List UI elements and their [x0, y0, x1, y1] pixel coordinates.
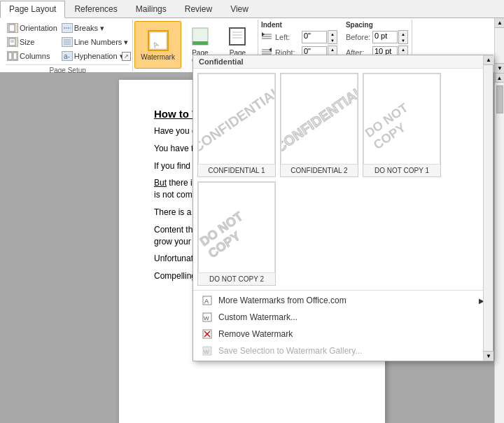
svg-rect-5	[13, 53, 17, 60]
indent-left-spinner[interactable]: ▲ ▼	[328, 30, 337, 44]
ribbon-scroll-up[interactable]: ▲	[495, 18, 504, 28]
watermark-dropdown: Confidential CONFIDENTIAL CONFIDENTIAL 1…	[192, 55, 493, 361]
svg-text:a-: a-	[64, 53, 70, 60]
page-color-icon	[189, 25, 211, 48]
doc-scrollbar[interactable]: ▲	[494, 73, 504, 423]
columns-icon	[7, 51, 18, 61]
columns-label: Columns	[20, 52, 50, 60]
line-numbers-label: Line Numbers ▾	[74, 38, 129, 47]
spacing-label: Spacing	[346, 21, 408, 29]
more-watermarks-label: More Watermarks from Office.com	[218, 296, 346, 305]
svg-text:W: W	[204, 315, 209, 321]
custom-watermark-label: Custom Watermark...	[218, 312, 298, 322]
watermark-icon: A	[147, 29, 169, 52]
indent-left-value[interactable]: 0"	[302, 31, 327, 43]
watermark-confidential2[interactable]: CONFIDENTIAL CONFIDENTIAL 2	[280, 73, 358, 177]
watermark-caption-4: DO NOT COPY 2	[198, 273, 275, 285]
watermark-label: Watermark	[141, 53, 175, 61]
save-watermark-label: Save Selection to Watermark Gallery...	[218, 346, 362, 356]
hyphenation-icon: a-	[62, 51, 73, 61]
spacing-before-up[interactable]: ▲	[399, 31, 407, 37]
tab-page-layout[interactable]: Page Layout	[0, 1, 65, 18]
columns-button[interactable]: Columns	[6, 49, 59, 63]
remove-watermark-item[interactable]: Remove Watermark	[193, 326, 493, 342]
svg-rect-16	[230, 28, 245, 45]
breaks-icon	[62, 23, 73, 33]
svg-text:W: W	[204, 349, 209, 355]
spacing-before-spinner[interactable]: ▲ ▼	[398, 30, 408, 44]
svg-marker-23	[262, 32, 265, 36]
dropdown-menu: A More Watermarks from Office.com ▶ W Cu…	[193, 291, 493, 361]
watermark-preview-1: CONFIDENTIAL	[198, 74, 275, 165]
scroll-thumb[interactable]	[496, 85, 503, 113]
line-numbers-icon	[62, 37, 73, 47]
orientation-icon	[7, 23, 18, 33]
watermark-text-4: DO NOT COPY	[198, 194, 275, 261]
dropdown-scrollbar[interactable]: ▲ ▼	[483, 55, 493, 361]
spacing-after-up[interactable]: ▲	[399, 46, 407, 53]
save-watermark-item: W Save Selection to Watermark Gallery...	[193, 342, 493, 359]
spacing-before-label: Before:	[346, 33, 371, 41]
indent-left-label: Left:	[275, 33, 300, 41]
spacing-before-down[interactable]: ▼	[399, 37, 407, 43]
ribbon-scrollbar[interactable]: ▲ ▼	[494, 18, 504, 73]
svg-text:A: A	[204, 298, 209, 305]
tab-mailings[interactable]: Mailings	[127, 1, 176, 18]
svg-rect-15	[192, 41, 208, 45]
indent-left-up[interactable]: ▲	[328, 31, 337, 37]
dropdown-scroll-up[interactable]: ▲	[484, 55, 493, 65]
orientation-label: Orientation	[20, 24, 57, 32]
page-setup-expand[interactable]: ↗	[122, 52, 131, 61]
ribbon-scroll-down[interactable]: ▼	[495, 63, 504, 73]
tab-references[interactable]: References	[65, 1, 126, 18]
indent-label: Indent	[261, 21, 337, 29]
size-icon	[7, 37, 18, 47]
watermark-donotcopy1[interactable]: DO NOT COPY DO NOT COPY 1	[363, 73, 441, 177]
hyphenation-button[interactable]: a- Hyphenation ▾	[60, 49, 130, 63]
custom-watermark-item[interactable]: W Custom Watermark...	[193, 309, 493, 326]
orientation-button[interactable]: Orientation	[6, 21, 59, 35]
breaks-label: Breaks ▾	[74, 24, 104, 33]
spacing-before-value[interactable]: 0 pt	[372, 31, 398, 43]
hyphenation-label: Hyphenation ▾	[74, 52, 124, 61]
svg-marker-27	[269, 48, 272, 52]
ribbon-tabs: Page Layout References Mailings Review V…	[0, 0, 504, 18]
remove-watermark-icon	[202, 328, 213, 340]
size-label: Size	[20, 38, 34, 46]
tab-review[interactable]: Review	[176, 1, 221, 18]
indent-right-up[interactable]: ▲	[328, 46, 337, 53]
watermark-caption-3: DO NOT COPY 1	[363, 165, 440, 176]
page-borders-icon	[226, 25, 248, 48]
svg-rect-0	[9, 25, 15, 32]
breaks-button[interactable]: Breaks ▾	[60, 21, 130, 35]
scroll-up-arrow[interactable]: ▲	[495, 73, 505, 83]
save-watermark-icon: W	[202, 345, 213, 356]
watermark-text-1: CONFIDENTIAL	[198, 83, 275, 155]
indent-left-down[interactable]: ▼	[328, 37, 337, 43]
dropdown-scroll-down[interactable]: ▼	[484, 351, 493, 361]
watermark-confidential1[interactable]: CONFIDENTIAL CONFIDENTIAL 1	[197, 73, 276, 177]
page-setup-group: Orientation Size	[3, 20, 133, 71]
watermark-preview-4: DO NOT COPY	[198, 182, 275, 273]
watermark-grid: CONFIDENTIAL CONFIDENTIAL 1 CONFIDENTIAL…	[193, 69, 493, 291]
watermark-preview-3: DO NOT COPY	[363, 74, 440, 165]
watermark-text-2: CONFIDENTIAL	[281, 83, 358, 155]
watermark-donotcopy2[interactable]: DO NOT COPY DO NOT COPY 2	[197, 181, 276, 286]
watermark-text-3: DO NOT COPY	[363, 85, 440, 153]
remove-watermark-label: Remove Watermark	[218, 329, 293, 339]
dropdown-header: Confidential	[193, 55, 493, 69]
more-watermarks-item[interactable]: A More Watermarks from Office.com ▶	[193, 292, 493, 309]
more-watermarks-icon: A	[202, 295, 213, 306]
tab-view[interactable]: View	[221, 1, 258, 18]
line-numbers-button[interactable]: Line Numbers ▾	[60, 35, 130, 49]
size-button[interactable]: Size	[6, 35, 59, 49]
custom-watermark-icon: W	[202, 312, 213, 323]
watermark-preview-2: CONFIDENTIAL	[281, 74, 358, 165]
watermark-caption-2: CONFIDENTIAL 2	[281, 165, 358, 176]
watermark-caption-1: CONFIDENTIAL 1	[198, 165, 275, 176]
watermark-button[interactable]: A Watermark	[134, 21, 181, 69]
svg-rect-4	[8, 53, 12, 60]
